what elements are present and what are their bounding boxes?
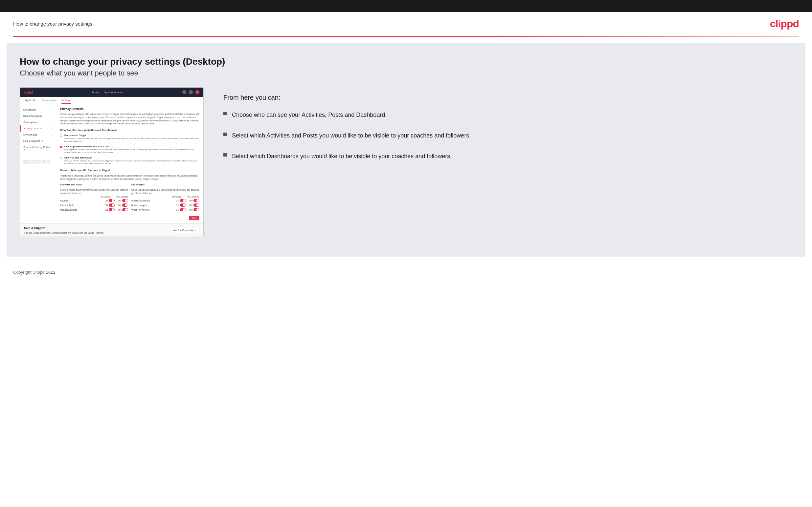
mock-toggle-drills-coaches[interactable] (109, 204, 115, 207)
mock-sidebar-privacy[interactable]: Privacy Controls › (20, 125, 56, 131)
mock-drills-followers-toggle[interactable]: ON (118, 204, 128, 207)
mock-nav-links: Home My Performance (92, 91, 123, 94)
mock-what-to-work-coaches-toggle[interactable]: ON (176, 208, 186, 211)
mock-manual-followers-toggle[interactable]: ON (118, 208, 128, 211)
mock-rounds-coaches-toggle[interactable]: ON (105, 199, 115, 202)
mock-sidebar-version: Clippd Client Version: 2022.8.2SQL Serve… (20, 157, 56, 167)
mock-toggle-work-coaches[interactable] (180, 208, 186, 211)
mock-what-to-work-label: What To Work On (132, 209, 154, 211)
mock-sidebar-golf-bag[interactable]: My Golf Bag › (20, 131, 56, 138)
mock-what-to-work-row: What To Work On ON ON (132, 208, 199, 211)
mock-activities-col: Activities and Posts Select the types of… (60, 183, 128, 213)
mock-round-insights-followers-toggle[interactable]: ON (189, 204, 199, 207)
mock-player-dashboard-label: Player Dashboard (132, 200, 154, 202)
mock-manual-toggles: ON ON (105, 208, 129, 211)
mock-rounds-toggles: ON ON (105, 199, 129, 202)
mock-round-insights-label: Round Insights (132, 204, 154, 207)
mock-toggle-insights-followers[interactable] (194, 204, 199, 207)
mock-toggle-insights-coaches[interactable] (180, 204, 186, 207)
mock-visibility-title: Who Can See Your Activities and Dashboar… (60, 129, 199, 131)
mock-drills-row: Practice Drills ON ON (60, 204, 128, 207)
mock-settings-icon (189, 90, 193, 94)
bullet-item-3: Select which Dashboards you would like t… (223, 152, 786, 161)
mock-sidebar-subscription[interactable]: Subscription › (20, 119, 56, 125)
top-bar (0, 0, 812, 12)
page-subheading: Choose what you want people to see (20, 69, 792, 77)
mock-tab-profile[interactable]: My Profile (24, 99, 37, 104)
logo: clippd (770, 18, 799, 30)
mock-radio-coach-only[interactable]: Only You and Your Coach Only you and the… (60, 157, 199, 165)
mock-radio-desc-everyone: Everyone on Clippd can search for you an… (64, 137, 199, 143)
mock-round-insights-coaches-toggle[interactable]: ON (176, 204, 186, 207)
mock-sidebar-my-account[interactable]: My Account › (20, 107, 56, 113)
bullet-square-3 (223, 153, 226, 157)
chevron-right-icon: › (52, 133, 53, 136)
mock-toggle-manual-followers[interactable] (122, 208, 128, 211)
mock-radio-circle-coach (60, 157, 62, 159)
mock-toggle-rounds-followers[interactable] (122, 199, 128, 202)
header-divider (13, 36, 799, 37)
mock-toggle-rounds-coaches[interactable] (109, 199, 115, 202)
mock-activities-followers-header: FOLLOWERS (116, 196, 128, 198)
footer-text: Copyright Clippd 2022 (13, 270, 55, 275)
mock-sidebar-help[interactable]: Help & Support ↗ (20, 138, 56, 144)
mock-manual-coaches-toggle[interactable]: ON (105, 208, 115, 211)
mock-nav-performance: My Performance (104, 91, 123, 94)
mock-rounds-row: Rounds ON ON (60, 199, 128, 202)
chevron-right-icon: › (52, 109, 53, 111)
mock-tab-connections[interactable]: Connections (42, 99, 56, 104)
mock-save-row: Save (60, 216, 199, 220)
mock-radio-desc-coach: Only you and the coaches you connect wit… (64, 160, 199, 165)
mock-radio-everyone[interactable]: Everyone on Clippd Everyone on Clippd ca… (60, 134, 199, 143)
mock-sidebar-service[interactable]: Service & Privacy Policy ↗ (20, 144, 56, 153)
content-columns: clippd Home My Performance My Profile Co… (20, 87, 792, 237)
mock-help-bar: Help & Support Visit our Clippd communit… (20, 223, 203, 237)
mock-radio-group: Everyone on Clippd Everyone on Clippd ca… (60, 134, 199, 165)
info-panel-title: From here you can: (223, 94, 786, 101)
chevron-right-icon: › (52, 115, 53, 117)
page-heading: How to change your privacy settings (Des… (20, 56, 792, 67)
mock-toggle-tables: Activities and Posts Select the types of… (60, 183, 199, 213)
chevron-right-icon: › (52, 127, 53, 130)
mock-nav: clippd Home My Performance (20, 88, 203, 97)
mock-manual-label: Manual Activities (60, 209, 83, 211)
mock-rounds-followers-toggle[interactable]: ON (118, 199, 128, 202)
screenshot-mock: clippd Home My Performance My Profile Co… (20, 87, 204, 237)
mock-toggle-player-followers[interactable] (194, 199, 199, 202)
mock-player-dashboard-followers-toggle[interactable]: ON (189, 199, 199, 202)
mock-tab-settings[interactable]: Settings (61, 99, 71, 104)
mock-toggle-player-coaches[interactable] (180, 199, 186, 202)
mock-sidebar: My Account › Data Integrations › Subscri… (20, 104, 56, 223)
mock-save-button[interactable]: Save (189, 216, 199, 220)
mock-drills-label: Practice Drills (60, 204, 83, 207)
footer: Copyright Clippd 2022 (0, 263, 812, 281)
mock-show-hide-desc: Regardless of the privacy controls that … (60, 174, 199, 181)
mock-dashboards-header: Dashboards (132, 183, 199, 187)
mock-drills-toggles: ON ON (105, 204, 129, 207)
mock-player-dashboard-coaches-toggle[interactable]: ON (176, 199, 186, 202)
bullet-text-2: Select which Activities and Posts you wo… (232, 131, 471, 140)
mock-visit-community-button[interactable]: Visit Our Community ↗ (170, 228, 199, 233)
mock-toggle-manual-coaches[interactable] (109, 208, 115, 211)
main-content: How to change your privacy settings (Des… (7, 43, 805, 257)
mock-avatar (195, 90, 199, 94)
mock-toggle-drills-followers[interactable] (122, 204, 128, 207)
info-panel: From here you can: Choose who can see yo… (217, 87, 792, 161)
mock-sidebar-data-integrations[interactable]: Data Integrations › (20, 113, 56, 119)
mock-rounds-label: Rounds (60, 200, 83, 202)
mock-privacy-title: Privacy Controls (60, 107, 199, 111)
header: How to change your privacy settings clip… (0, 12, 812, 36)
mock-drills-coaches-toggle[interactable]: ON (105, 204, 115, 207)
mock-radio-followers[interactable]: Only Approved Followers and Your Coach O… (60, 146, 199, 154)
mock-radio-label-everyone: Everyone on Clippd (64, 134, 199, 136)
bullet-item-1: Choose who can see your Activities, Post… (223, 111, 786, 119)
mock-toggle-work-followers[interactable] (194, 208, 199, 211)
mock-dashboards-col: Dashboards Select the types of activity … (132, 183, 199, 213)
mock-radio-desc-followers: Only approved followers and coaches you … (64, 148, 199, 154)
mock-player-dashboard-toggles: ON ON (176, 199, 200, 202)
mock-dashboards-label: Dashboards (132, 183, 145, 186)
bullet-text-1: Choose who can see your Activities, Post… (232, 111, 387, 119)
mock-dashboards-coaches-header: COACHES (172, 196, 182, 198)
mock-radio-circle-everyone (60, 134, 62, 137)
mock-what-to-work-followers-toggle[interactable]: ON (189, 208, 199, 211)
